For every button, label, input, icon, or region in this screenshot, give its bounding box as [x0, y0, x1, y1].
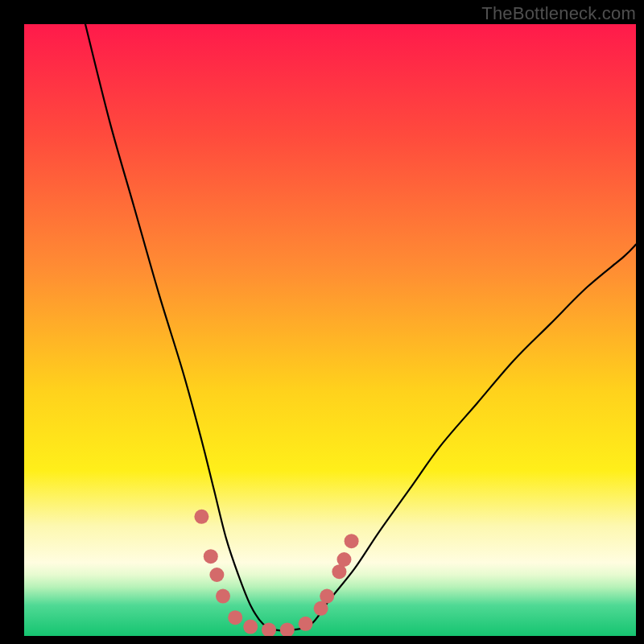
chart-frame: TheBottleneck.com	[0, 0, 644, 644]
marker-point	[216, 589, 230, 604]
marker-point	[209, 568, 224, 582]
marker-point	[194, 510, 208, 524]
marker-point	[204, 549, 218, 564]
marker-point	[320, 589, 334, 604]
marker-point	[299, 617, 313, 631]
bottleneck-chart	[24, 24, 636, 636]
watermark-text: TheBottleneck.com	[481, 3, 636, 24]
marker-point	[336, 552, 351, 567]
plot-area	[24, 24, 636, 636]
marker-point	[228, 610, 242, 625]
marker-point	[345, 534, 359, 548]
marker-point	[243, 620, 258, 634]
